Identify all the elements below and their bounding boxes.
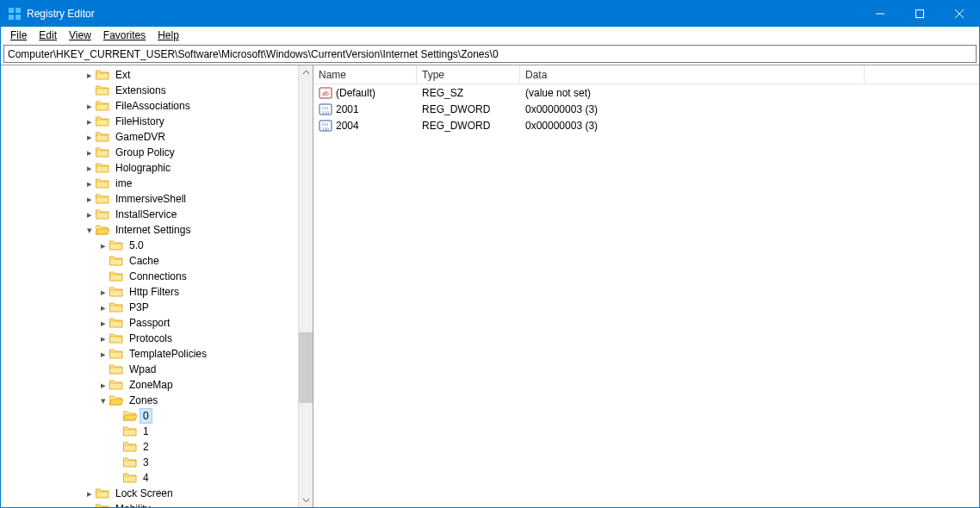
value-row[interactable]: ab(Default)REG_SZ(value not set)	[313, 84, 979, 101]
tree-item[interactable]: ▸Lock Screen	[1, 486, 313, 501]
scroll-track[interactable]	[299, 80, 313, 493]
collapse-icon[interactable]: ▾	[84, 226, 96, 235]
menu-view[interactable]: View	[63, 28, 97, 42]
expand-icon[interactable]: ▸	[84, 210, 96, 220]
folder-icon	[96, 224, 109, 236]
expand-icon[interactable]: ▸	[97, 288, 109, 297]
tree-item[interactable]: ▸Ext	[1, 67, 313, 83]
tree-item[interactable]: ▸Protocols	[1, 331, 313, 346]
tree-item[interactable]: ▸Passport	[1, 315, 313, 331]
tree-item[interactable]: ▸ImmersiveShell	[1, 191, 313, 207]
tree-item-label: ImmersiveShell	[112, 191, 189, 207]
tree-item-label: Group Policy	[112, 145, 178, 160]
expand-icon[interactable]: ▸	[84, 195, 96, 204]
column-header-data[interactable]: Data	[520, 65, 865, 84]
tree-item-label: ZoneMap	[126, 377, 177, 393]
scroll-thumb[interactable]	[299, 332, 313, 403]
scroll-down-button[interactable]	[299, 493, 313, 507]
tree-item[interactable]: ▸Group Policy	[1, 145, 313, 160]
tree-item[interactable]: ▸P3P	[1, 300, 313, 315]
tree-item[interactable]: 4	[1, 470, 313, 486]
values-list[interactable]: ab(Default)REG_SZ(value not set)01111020…	[313, 84, 979, 507]
expand-icon[interactable]: ▸	[84, 489, 96, 499]
tree-item[interactable]: ▸FileHistory	[1, 114, 313, 129]
folder-icon	[96, 208, 109, 220]
expand-icon[interactable]: ▸	[84, 148, 96, 158]
tree-scrollbar[interactable]	[298, 65, 313, 507]
folder-icon	[96, 487, 109, 499]
maximize-button[interactable]	[900, 1, 940, 27]
folder-icon	[96, 115, 109, 127]
tree-item[interactable]: ▸ZoneMap	[1, 377, 313, 393]
tree-item[interactable]: ▸Http Filters	[1, 284, 313, 300]
tree-item[interactable]: Wpad	[1, 362, 313, 377]
expand-icon[interactable]: ▸	[84, 117, 96, 127]
tree-item-label: TemplatePolicies	[126, 346, 210, 362]
expand-icon[interactable]: ▸	[97, 350, 109, 359]
registry-tree[interactable]: ▸ExtExtensions▸FileAssociations▸FileHist…	[1, 65, 313, 507]
menu-help[interactable]: Help	[152, 28, 185, 42]
tree-item[interactable]: ▸5.0	[1, 238, 313, 253]
content-area: ▸ExtExtensions▸FileAssociations▸FileHist…	[1, 65, 979, 507]
tree-item-label: 0	[140, 408, 152, 424]
folder-icon	[96, 503, 109, 507]
tree-item-label: GameDVR	[112, 129, 169, 145]
tree-item[interactable]: ▸Mobility	[1, 501, 313, 507]
tree-item[interactable]: 0	[1, 408, 313, 424]
expand-icon[interactable]: ▸	[97, 334, 109, 344]
tree-item[interactable]: ▸Holographic	[1, 160, 313, 176]
value-type: REG_DWORD	[417, 120, 520, 132]
tree-item-label: Mobility	[112, 501, 154, 507]
collapse-icon[interactable]: ▾	[97, 396, 109, 406]
tree-item[interactable]: 1	[1, 424, 313, 439]
expand-icon[interactable]: ▸	[97, 319, 109, 328]
svg-text:110: 110	[322, 127, 329, 131]
address-bar[interactable]: Computer\HKEY_CURRENT_USER\Software\Micr…	[3, 45, 977, 63]
tree-item-label: Ext	[112, 67, 133, 83]
binary-value-icon: 011110	[319, 102, 332, 116]
expand-icon[interactable]: ▸	[84, 179, 96, 189]
expand-icon[interactable]: ▸	[84, 505, 96, 508]
close-button[interactable]	[940, 1, 979, 27]
tree-item[interactable]: ▸TemplatePolicies	[1, 346, 313, 362]
column-header-type[interactable]: Type	[417, 65, 520, 84]
titlebar[interactable]: Registry Editor	[1, 1, 979, 27]
tree-item[interactable]: ▾Internet Settings	[1, 222, 313, 238]
column-header-name[interactable]: Name	[313, 65, 417, 84]
tree-item-label: Passport	[126, 315, 173, 331]
tree-item-label: Protocols	[126, 331, 176, 346]
expand-icon[interactable]: ▸	[97, 381, 109, 390]
expand-icon[interactable]: ▸	[84, 133, 96, 142]
value-row[interactable]: 0111102004REG_DWORD0x00000003 (3)	[313, 117, 979, 133]
value-type: REG_DWORD	[417, 103, 520, 115]
expand-icon[interactable]: ▸	[84, 164, 96, 173]
tree-item[interactable]: ▸InstallService	[1, 207, 313, 222]
folder-icon	[109, 239, 123, 251]
menu-edit[interactable]: Edit	[33, 28, 63, 42]
tree-item[interactable]: ▾Zones	[1, 393, 313, 408]
menubar: File Edit View Favorites Help	[1, 27, 979, 44]
value-row[interactable]: 0111102001REG_DWORD0x00000003 (3)	[313, 101, 979, 117]
tree-item[interactable]: 3	[1, 455, 313, 470]
expand-icon[interactable]: ▸	[97, 303, 109, 313]
svg-rect-3	[16, 15, 21, 20]
expand-icon[interactable]: ▸	[84, 102, 96, 111]
tree-item[interactable]: Connections	[1, 269, 313, 284]
tree-item[interactable]: Extensions	[1, 83, 313, 98]
tree-item-label: Connections	[126, 269, 190, 284]
folder-icon	[109, 317, 123, 329]
tree-item[interactable]: ▸FileAssociations	[1, 98, 313, 114]
tree-item-label: Internet Settings	[112, 222, 194, 238]
scroll-up-button[interactable]	[299, 65, 313, 80]
minimize-button[interactable]	[860, 1, 900, 27]
tree-item[interactable]: ▸GameDVR	[1, 129, 313, 145]
expand-icon[interactable]: ▸	[97, 241, 109, 251]
tree-item[interactable]: 2	[1, 439, 313, 455]
expand-icon[interactable]: ▸	[84, 71, 96, 80]
menu-file[interactable]: File	[4, 28, 33, 42]
tree-item[interactable]: Cache	[1, 253, 313, 269]
tree-item[interactable]: ▸ime	[1, 176, 313, 191]
menu-favorites[interactable]: Favorites	[97, 28, 152, 42]
folder-icon	[96, 193, 109, 205]
value-data: (value not set)	[520, 87, 865, 99]
